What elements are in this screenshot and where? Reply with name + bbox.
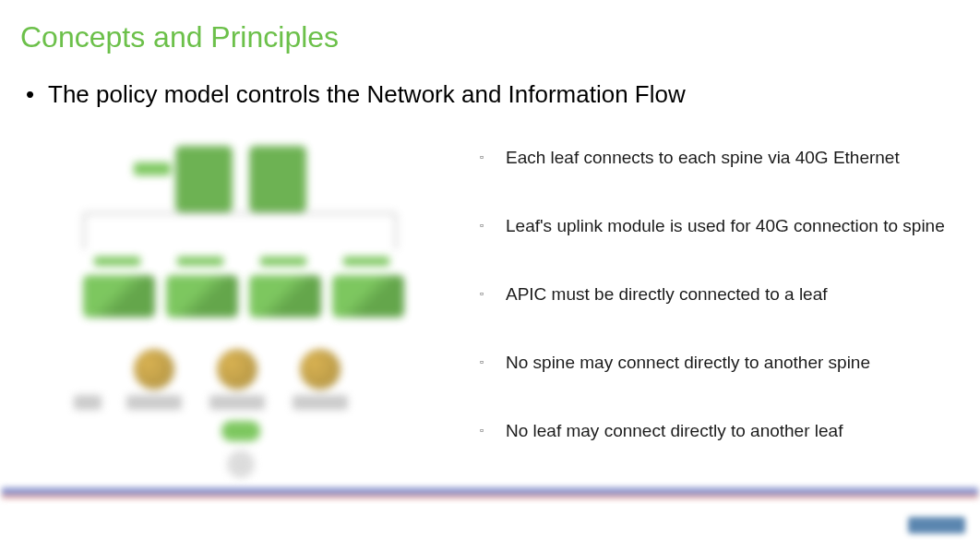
leaf-switch-icon	[83, 275, 155, 318]
leaf-label-icon	[260, 257, 306, 266]
sub-bullet-text: Each leaf connects to each spine via 40G…	[506, 148, 900, 168]
spine-leaf-diagram	[46, 137, 424, 487]
main-bullet-text: The policy model controls the Network an…	[48, 80, 686, 108]
apic-label-icon	[209, 395, 265, 410]
slide-title: Concepts and Principles	[0, 0, 980, 54]
list-item: ▫ No spine may connect directly to anoth…	[480, 353, 980, 373]
leaf-label-icon	[177, 257, 223, 266]
square-bullet-icon: ▫	[480, 148, 506, 168]
leaf-label-icon	[343, 257, 389, 266]
list-item: ▫ Each leaf connects to each spine via 4…	[480, 148, 980, 168]
square-bullet-icon: ▫	[480, 353, 506, 373]
diagram-column	[0, 137, 461, 489]
leaf-label-icon	[94, 257, 140, 266]
apic-controller-icon	[134, 349, 174, 390]
square-bullet-icon: ▫	[480, 216, 506, 236]
list-item: ▫ APIC must be directly connected to a l…	[480, 284, 980, 305]
sub-bullet-list: ▫ Each leaf connects to each spine via 4…	[461, 137, 980, 489]
apic-label-icon	[126, 395, 182, 410]
apic-controller-icon	[217, 349, 257, 390]
sub-bullet-text: No spine may connect directly to another…	[506, 353, 870, 373]
apic-label-icon	[74, 395, 102, 410]
square-bullet-icon: ▫	[480, 284, 506, 305]
content-row: ▫ Each leaf connects to each spine via 4…	[0, 109, 980, 489]
spine-label-icon	[134, 162, 171, 175]
bullet-dot-icon: •	[20, 80, 48, 109]
sub-bullet-text: No leaf may connect directly to another …	[506, 421, 843, 441]
list-item: ▫ Leaf's uplink module is used for 40G c…	[480, 216, 980, 236]
sub-bullet-text: APIC must be directly connected to a lea…	[506, 284, 828, 305]
square-bullet-icon: ▫	[480, 421, 506, 441]
endpoint-circle-icon	[227, 450, 255, 478]
main-bullet-row: •The policy model controls the Network a…	[0, 54, 980, 109]
sub-bullet-text: Leaf's uplink module is used for 40G con…	[506, 216, 945, 236]
spine-switch-icon	[249, 146, 306, 212]
apic-controller-icon	[300, 349, 341, 390]
fabric-bracket-icon	[83, 212, 397, 249]
leaf-switch-icon	[249, 275, 321, 318]
leaf-switch-icon	[332, 275, 404, 318]
endpoint-icon	[221, 421, 260, 441]
spine-switch-icon	[175, 146, 233, 212]
footer-divider-icon	[2, 485, 978, 501]
list-item: ▫ No leaf may connect directly to anothe…	[480, 421, 980, 441]
leaf-switch-icon	[166, 275, 238, 318]
footer-logo-icon	[908, 517, 965, 534]
apic-label-icon	[293, 395, 348, 410]
